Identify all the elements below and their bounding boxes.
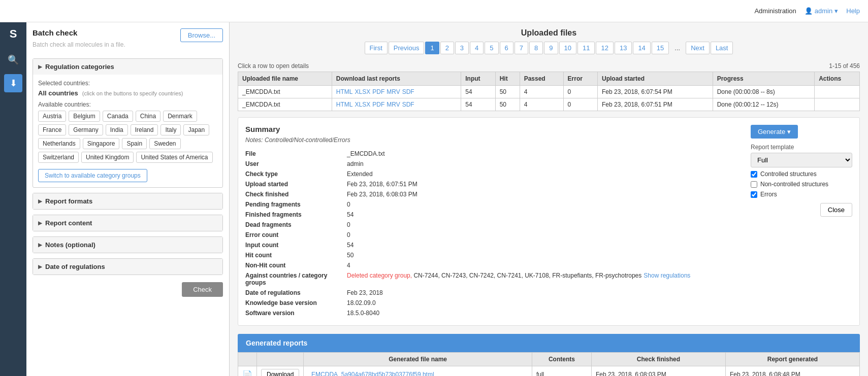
checkbox-label: Controlled structures <box>760 170 817 178</box>
nav-batch-icon[interactable]: ⬇ <box>4 74 22 92</box>
main-layout: S 🔍 ⬇ Browse... Batch check Batch check … <box>0 22 868 376</box>
close-button[interactable]: Close <box>820 203 852 217</box>
country-tag[interactable]: China <box>136 111 160 122</box>
summary-row-label: Upload started <box>245 179 347 189</box>
first-page-button[interactable]: First <box>365 42 388 54</box>
report-formats-header[interactable]: ▶ Report formats <box>33 193 222 209</box>
download-link-sdf[interactable]: SDF <box>402 101 414 108</box>
help-link[interactable]: Help <box>846 7 860 15</box>
browse-button[interactable]: Browse... <box>180 28 223 42</box>
page-6-button[interactable]: 6 <box>500 42 513 54</box>
checkbox-non-controlled-structures[interactable] <box>751 181 757 188</box>
page-2-button[interactable]: 2 <box>440 42 454 54</box>
download-link-pdf[interactable]: PDF <box>372 101 384 108</box>
country-tag[interactable]: Belgium <box>69 111 100 122</box>
download-button[interactable]: Download <box>261 369 299 376</box>
country-tag[interactable]: United Kingdom <box>81 152 134 163</box>
country-tag[interactable]: Singapore <box>83 138 120 149</box>
download-link-mrv[interactable]: MRV <box>387 101 400 108</box>
country-tag[interactable]: Austria <box>38 111 66 122</box>
summary-row-label: Finished fragments <box>245 210 347 220</box>
country-tag[interactable]: United States of America <box>136 152 212 163</box>
last-page-button[interactable]: Last <box>711 42 733 54</box>
regulation-categories-header[interactable]: ▶ Regulation categories <box>33 59 222 75</box>
file-table: Uploaded file name Download last reports… <box>238 72 860 111</box>
administration-link[interactable]: Administration <box>754 7 796 15</box>
country-tag[interactable]: India <box>106 124 128 135</box>
page-11-button[interactable]: 11 <box>577 42 595 54</box>
report-content-section: ▶ Report content <box>33 215 223 231</box>
country-tag[interactable]: Ireland <box>131 124 158 135</box>
page-13-button[interactable]: 13 <box>615 42 632 54</box>
country-tag[interactable]: Japan <box>183 124 209 135</box>
category-list: CN-7244, CN-7243, CN-7242, CN-7241, UK-7… <box>412 272 641 279</box>
page-12-button[interactable]: 12 <box>596 42 613 54</box>
right-panel: Uploaded files First Previous 1 2 3 4 5 … <box>230 22 868 376</box>
notes-header[interactable]: ▶ Notes (optional) <box>33 237 222 253</box>
download-link-pdf[interactable]: PDF <box>372 88 384 95</box>
cell-hit: 50 <box>495 98 520 111</box>
page-1-button[interactable]: 1 <box>425 42 439 54</box>
summary-row-label: Error count <box>245 230 347 240</box>
admin-user-menu[interactable]: 👤 admin ▾ <box>805 7 838 15</box>
download-link-mrv[interactable]: MRV <box>387 88 400 95</box>
regulation-categories-section: ▶ Regulation categories Selected countri… <box>33 58 223 188</box>
selected-countries-label: Selected countries: <box>38 80 217 87</box>
report-content-header[interactable]: ▶ Report content <box>33 215 222 231</box>
page-9-button[interactable]: 9 <box>544 42 558 54</box>
generated-reports-table: Generated file name Contents Check finis… <box>238 352 860 376</box>
user-icon: 👤 <box>805 7 813 15</box>
page-10-button[interactable]: 10 <box>559 42 576 54</box>
country-tag[interactable]: Spain <box>122 138 147 149</box>
download-link-xlsx[interactable]: XLSX <box>355 101 371 108</box>
generated-file-link[interactable]: _EMCDDA_5a904a678bd5b73b03776f59.html <box>308 371 434 376</box>
gen-icon: 📄 <box>238 366 257 377</box>
cell-error: 0 <box>563 86 597 98</box>
cell-hit: 50 <box>495 86 520 98</box>
page-4-button[interactable]: 4 <box>470 42 484 54</box>
report-template-select[interactable]: FullSummaryMinimal <box>751 153 852 167</box>
country-tag[interactable]: Canada <box>103 111 133 122</box>
generate-button[interactable]: Generate ▾ <box>751 125 798 139</box>
download-link-sdf[interactable]: SDF <box>402 88 414 95</box>
checkbox-errors[interactable] <box>751 191 757 198</box>
next-page-button[interactable]: Next <box>686 42 710 54</box>
date-regulations-header[interactable]: ▶ Date of regulations <box>33 259 222 275</box>
table-row[interactable]: _EMCDDA.txt HTMLXLSXPDFMRVSDF 54 50 4 0 … <box>238 86 860 98</box>
prev-page-button[interactable]: Previous <box>389 42 425 54</box>
country-tag[interactable]: Germany <box>69 124 103 135</box>
checkbox-controlled-structures[interactable] <box>751 171 757 178</box>
page-7-button[interactable]: 7 <box>515 42 528 54</box>
table-row[interactable]: _EMCDDA.txt HTMLXLSXPDFMRVSDF 54 50 4 0 … <box>238 98 860 111</box>
report-formats-section: ▶ Report formats <box>33 193 223 210</box>
summary-row-label: Non-Hit count <box>245 260 347 270</box>
country-tag[interactable]: Sweden <box>149 138 180 149</box>
page-5-button[interactable]: 5 <box>485 42 498 54</box>
download-link-html[interactable]: HTML <box>336 88 353 95</box>
download-link-xlsx[interactable]: XLSX <box>355 88 371 95</box>
uploaded-files-header: Uploaded files First Previous 1 2 3 4 5 … <box>230 22 868 60</box>
cell-links: HTMLXLSXPDFMRVSDF <box>332 86 461 98</box>
cell-input: 54 <box>461 86 495 98</box>
page-15-button[interactable]: 15 <box>652 42 669 54</box>
list-item[interactable]: 📄 Download _EMCDDA_5a904a678bd5b73b03776… <box>238 366 860 377</box>
switch-category-groups-button[interactable]: Switch to available category groups <box>38 169 147 182</box>
country-tag[interactable]: Italy <box>160 124 181 135</box>
summary-row-value: Feb 23, 2018 <box>347 288 852 298</box>
chevron-right-icon: ▶ <box>38 242 42 248</box>
nav-search-icon[interactable]: 🔍 <box>4 51 22 69</box>
show-regulations-link[interactable]: Show regulations <box>644 272 690 279</box>
gen-report-generated: Feb 23, 2018, 6:08:48 PM <box>725 366 859 377</box>
gen-col-download <box>257 353 304 366</box>
country-tag[interactable]: Netherlands <box>38 138 80 149</box>
page-3-button[interactable]: 3 <box>455 42 469 54</box>
page-8-button[interactable]: 8 <box>529 42 543 54</box>
country-tag[interactable]: Denmark <box>163 111 197 122</box>
page-14-button[interactable]: 14 <box>633 42 650 54</box>
summary-row-label: Input count <box>245 240 347 250</box>
country-tag[interactable]: France <box>38 124 66 135</box>
country-tag[interactable]: Switzerland <box>38 152 79 163</box>
check-button[interactable]: Check <box>182 282 223 297</box>
download-link-html[interactable]: HTML <box>336 101 353 108</box>
summary-row-value: 18.02.09.0 <box>347 298 852 308</box>
